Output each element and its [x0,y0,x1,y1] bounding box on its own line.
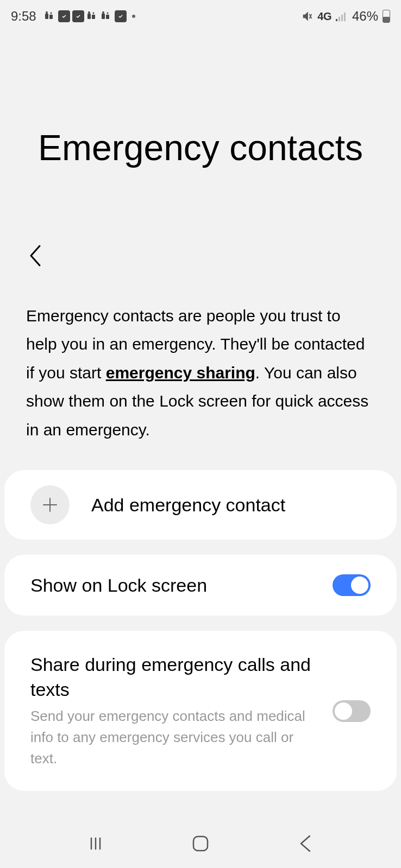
back-button[interactable] [22,242,49,269]
add-contact-label: Add emergency contact [91,495,285,516]
svg-rect-4 [87,14,91,19]
signal-icon [336,11,348,21]
plus-icon [42,497,58,513]
svg-rect-1 [49,15,53,19]
svg-rect-9 [106,15,109,19]
svg-rect-13 [339,17,340,21]
svg-point-2 [46,11,48,14]
network-label: 4G [317,10,331,23]
teams-icon [44,11,56,21]
chevron-left-icon [28,244,43,268]
svg-rect-5 [92,15,95,19]
page-title: Emergency contacts [0,125,401,172]
svg-rect-14 [341,15,343,21]
svg-point-11 [106,12,108,14]
recent-apps-button[interactable] [82,830,109,857]
status-more-dot [132,15,135,18]
status-bar-right: 4G 46% [302,9,390,24]
lock-screen-label: Show on Lock screen [30,575,207,596]
toggle-knob [351,576,368,594]
recent-apps-icon [87,835,104,852]
share-text-group: Share during emergency calls and texts S… [30,652,316,769]
description-text: Emergency contacts are people you trust … [0,302,401,445]
svg-point-3 [50,12,52,14]
lock-screen-toggle[interactable] [333,574,371,596]
navigation-bar [0,819,401,868]
share-title: Share during emergency calls and texts [30,652,316,702]
svg-point-10 [102,11,104,14]
share-subtitle: Send your emergency contacts and medical… [30,706,316,769]
nav-back-button[interactable] [292,830,319,857]
app-icon [72,10,84,22]
home-icon [191,834,210,853]
status-time: 9:58 [11,9,36,24]
share-during-emergency-row[interactable]: Share during emergency calls and texts S… [4,631,397,791]
svg-rect-15 [344,12,346,21]
battery-percent: 46% [352,9,378,24]
svg-rect-8 [102,14,105,19]
status-bar: 9:58 [0,0,401,33]
app-icon [115,10,127,22]
emergency-sharing-link[interactable]: emergency sharing [106,364,255,382]
battery-icon [383,10,390,23]
app-icon [58,10,70,22]
svg-rect-19 [193,837,208,851]
teams-icon [86,11,98,21]
toggle-knob [335,702,352,720]
chevron-left-icon [298,834,313,853]
share-emergency-toggle[interactable] [333,700,371,722]
status-app-icons [44,10,135,22]
mute-icon [302,11,313,22]
status-bar-left: 9:58 [11,9,135,24]
plus-icon-circle [30,485,70,524]
svg-point-7 [92,12,94,14]
add-emergency-contact-button[interactable]: Add emergency contact [4,470,397,540]
svg-rect-12 [336,19,337,21]
teams-icon [101,11,112,21]
home-button[interactable] [187,830,214,857]
svg-rect-0 [45,14,48,19]
show-on-lock-screen-row[interactable]: Show on Lock screen [4,555,397,616]
svg-point-6 [88,11,90,14]
